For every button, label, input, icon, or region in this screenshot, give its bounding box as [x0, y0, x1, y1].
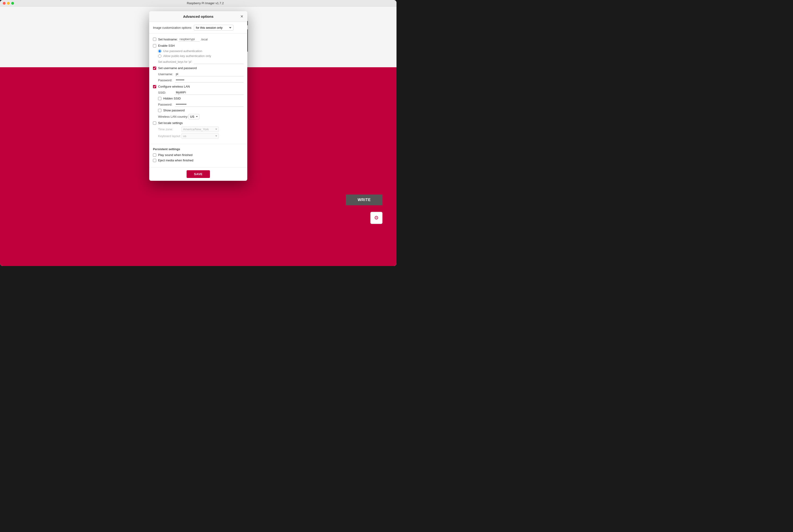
username-input[interactable] [175, 72, 244, 76]
close-traffic-light[interactable] [3, 2, 6, 5]
advanced-options-modal: Advanced options ✕ Image customization o… [149, 11, 247, 181]
locale-settings-label: Set locale settings [158, 121, 183, 125]
eject-media-checkbox[interactable] [153, 159, 156, 162]
username-password-label: Set username and password [158, 66, 197, 70]
hostname-label: Set hostname: [158, 38, 178, 41]
locale-section: Time zone: America/New_York Keyboard lay… [158, 127, 244, 139]
country-label: Wireless LAN country: [158, 115, 189, 118]
app-content: R Pi Operating System RASPBERRY PI OS (3… [0, 6, 396, 266]
ssid-label: SSID: [158, 91, 175, 94]
country-select[interactable]: US GB DE [189, 114, 199, 119]
keyboard-label: Keyboard layout: [158, 134, 181, 138]
title-bar: Raspberry Pi Imager v1.7.2 [0, 0, 396, 6]
use-password-label: Use password authentication [163, 49, 202, 53]
hidden-ssid-row: Hidden SSID [158, 97, 244, 100]
username-row: Username: [158, 72, 244, 76]
auth-keys-row: Set authorized_keys for 'pi': [158, 60, 244, 64]
password-row: Password: [158, 78, 244, 82]
wifi-password-row: Password: [158, 102, 244, 107]
maximize-traffic-light[interactable] [11, 2, 14, 5]
modal-footer: SAVE [149, 167, 247, 181]
ssid-input[interactable] [175, 90, 244, 95]
eject-media-row: Eject media when finished [153, 158, 244, 162]
wifi-password-input[interactable] [175, 102, 244, 107]
keyboard-select[interactable]: us [181, 133, 219, 139]
persistent-settings-section: Persistent settings Play sound when fini… [149, 144, 247, 167]
username-field-label: Username: [158, 72, 175, 76]
modal-title: Advanced options [183, 15, 213, 18]
use-password-radio-row: Use password authentication [158, 49, 244, 53]
wireless-lan-label: Configure wireless LAN [158, 85, 190, 88]
timezone-row: Time zone: America/New_York [158, 127, 244, 132]
locale-settings-checkbox[interactable] [153, 121, 156, 125]
modal-close-button[interactable]: ✕ [239, 14, 244, 19]
auth-keys-label: Set authorized_keys for 'pi': [158, 60, 192, 63]
username-password-row: Set username and password [153, 66, 244, 70]
enable-ssh-row: Enable SSH [153, 44, 244, 48]
hostname-row: Set hostname: .local [153, 37, 244, 42]
traffic-lights [3, 2, 14, 5]
locale-settings-row: Set locale settings [153, 121, 244, 125]
image-customization-label: Image customization options [153, 26, 192, 30]
hostname-input[interactable] [179, 37, 200, 42]
pubkey-radio-row: Allow public-key authentication only [158, 54, 244, 58]
username-password-checkbox[interactable] [153, 66, 156, 70]
modal-body[interactable]: Set hostname: .local Enable SSH Use pass [149, 34, 247, 144]
wifi-section: SSID: Hidden SSID Password: [158, 90, 244, 119]
show-password-row: Show password [158, 109, 244, 112]
play-sound-checkbox[interactable] [153, 153, 156, 157]
modal-header: Advanced options ✕ [149, 11, 247, 22]
auth-keys-input[interactable] [194, 60, 244, 64]
hostname-checkbox[interactable] [153, 38, 156, 41]
window-frame: Raspberry Pi Imager v1.7.2 R Pi Operatin… [0, 0, 396, 266]
credentials-section: Username: Password: [158, 72, 244, 82]
modal-overlay: Advanced options ✕ Image customization o… [0, 6, 396, 266]
enable-ssh-checkbox[interactable] [153, 44, 156, 48]
show-password-checkbox[interactable] [158, 109, 161, 112]
hostname-suffix: .local [200, 38, 208, 41]
wireless-lan-row: Configure wireless LAN [153, 85, 244, 88]
window-title: Raspberry Pi Imager v1.7.2 [17, 1, 394, 5]
minimize-traffic-light[interactable] [7, 2, 10, 5]
pubkey-label: Allow public-key authentication only [163, 54, 211, 58]
keyboard-row: Keyboard layout: us [158, 133, 244, 139]
wireless-lan-checkbox[interactable] [153, 85, 156, 88]
password-input[interactable] [175, 78, 244, 82]
timezone-label: Time zone: [158, 128, 181, 131]
hidden-ssid-label: Hidden SSID [163, 97, 181, 100]
session-options-select[interactable]: for this session only [194, 25, 233, 31]
play-sound-label: Play sound when finished [158, 153, 192, 157]
country-row: Wireless LAN country: US GB DE [158, 114, 244, 119]
options-bar: Image customization options for this ses… [149, 22, 247, 34]
timezone-select[interactable]: America/New_York [181, 127, 219, 132]
play-sound-row: Play sound when finished [153, 153, 244, 157]
persistent-settings-title: Persistent settings [153, 147, 244, 151]
wifi-password-label: Password: [158, 103, 175, 106]
ssid-row: SSID: [158, 90, 244, 95]
eject-media-label: Eject media when finished [158, 158, 193, 162]
enable-ssh-label: Enable SSH [158, 44, 175, 48]
password-field-label: Password: [158, 78, 175, 82]
pubkey-radio[interactable] [158, 54, 161, 58]
use-password-radio[interactable] [158, 50, 161, 53]
ssh-options: Use password authentication Allow public… [158, 49, 244, 58]
hidden-ssid-checkbox[interactable] [158, 97, 161, 100]
show-password-label: Show password [163, 109, 185, 112]
save-button[interactable]: SAVE [187, 170, 210, 178]
